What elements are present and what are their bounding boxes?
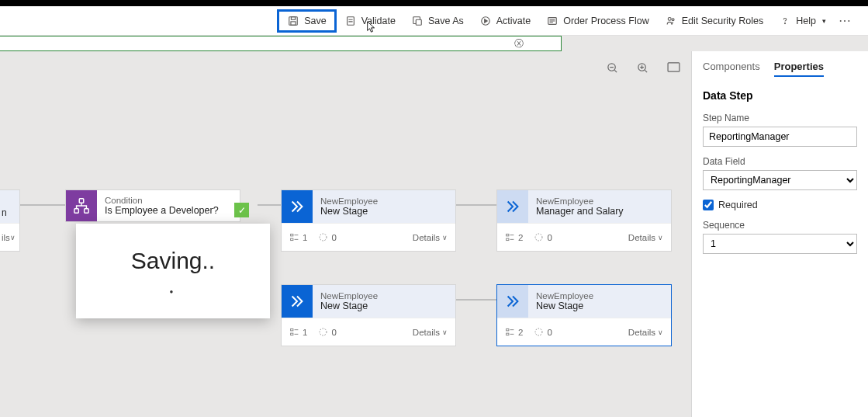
save-icon	[287, 15, 299, 27]
activate-label: Activate	[496, 16, 531, 26]
chevron-down-icon: ▾	[822, 17, 826, 25]
close-notification-icon[interactable]: ⓧ	[514, 37, 524, 50]
details-toggle[interactable]: Details∨	[628, 233, 663, 242]
stage-entity: NewEmployee	[536, 291, 663, 301]
order-label: Order Process Flow	[563, 16, 648, 26]
svg-rect-2	[291, 21, 296, 24]
svg-rect-20	[507, 234, 509, 235]
field-count: 0	[547, 328, 552, 337]
svg-point-25	[320, 328, 327, 335]
connector	[20, 204, 65, 206]
details-label: ils	[2, 233, 10, 242]
zoom-controls	[607, 62, 680, 76]
flow-canvas[interactable]: n ils ∨ Condition Is Employee a Develope…	[0, 51, 691, 417]
svg-point-8	[668, 17, 671, 20]
zoom-in-button[interactable]	[637, 62, 648, 76]
details-toggle[interactable]: Details∨	[628, 328, 663, 337]
chevron-down-icon: ∨	[658, 234, 663, 242]
stage-icon	[497, 190, 528, 223]
validate-label: Validate	[361, 16, 396, 26]
chevron-down-icon: ∨	[442, 234, 448, 242]
step-name-input[interactable]	[703, 127, 857, 147]
chevron-down-icon: ∨	[442, 328, 448, 336]
validate-icon	[344, 15, 357, 27]
svg-rect-5	[416, 19, 421, 25]
condition-question: Is Employee a Developer?	[105, 205, 232, 216]
saving-text: Saving..	[131, 248, 215, 274]
svg-rect-21	[507, 238, 509, 240]
svg-point-9	[672, 18, 674, 20]
step-count: 1	[303, 233, 307, 242]
tab-properties[interactable]: Properties	[774, 61, 824, 77]
save-as-button[interactable]: Save As	[403, 9, 472, 33]
data-field-label: Data Field	[703, 156, 857, 167]
more-button[interactable]: ⋯	[834, 13, 857, 28]
svg-rect-16	[85, 209, 89, 214]
required-checkbox[interactable]	[703, 200, 714, 210]
field-count: 0	[331, 328, 336, 337]
stage-icon	[282, 285, 313, 318]
order-process-flow-button[interactable]: Order Process Flow	[538, 9, 656, 33]
command-bar: Save Validate Save As Activate Order Pro…	[0, 6, 868, 36]
svg-rect-15	[74, 209, 79, 214]
svg-rect-23	[291, 328, 293, 330]
activate-icon	[479, 15, 492, 27]
data-field-select[interactable]: ReportingManager	[703, 170, 857, 190]
activate-button[interactable]: Activate	[472, 9, 538, 33]
svg-point-19	[320, 234, 327, 241]
list-icon	[546, 15, 558, 27]
sequence-label: Sequence	[703, 220, 857, 231]
edit-security-roles-button[interactable]: Edit Security Roles	[657, 9, 772, 33]
step-name-label: Step Name	[703, 113, 857, 123]
svg-point-22	[535, 234, 542, 241]
help-button[interactable]: Help ▾	[771, 9, 834, 33]
save-as-icon	[411, 15, 424, 27]
details-toggle[interactable]: Details∨	[413, 233, 448, 242]
details-toggle[interactable]: Details∨	[413, 328, 448, 337]
stage-name: n	[2, 207, 7, 218]
stage-icon	[497, 285, 528, 318]
tab-components[interactable]: Components	[703, 61, 760, 77]
step-count: 2	[518, 328, 523, 337]
svg-point-10	[785, 23, 786, 23]
details-label: Details	[413, 328, 440, 337]
svg-rect-13	[668, 63, 680, 71]
condition-icon	[66, 190, 97, 221]
field-count: 0	[331, 233, 336, 242]
stage-card-partial[interactable]: n ils ∨	[0, 189, 20, 252]
notification-bar: ⓧ	[0, 36, 562, 51]
condition-label: Condition	[105, 196, 232, 205]
svg-rect-18	[291, 238, 293, 240]
svg-rect-0	[289, 16, 298, 25]
properties-panel: Components Properties Data Step Step Nam…	[691, 51, 868, 417]
save-as-label: Save As	[428, 16, 464, 26]
connector	[258, 204, 281, 206]
svg-rect-17	[291, 234, 293, 235]
validate-button[interactable]: Validate	[337, 9, 403, 33]
stage-name: New Stage	[536, 301, 663, 311]
security-label: Edit Security Roles	[682, 16, 764, 26]
stage-card[interactable]: NewEmployee Manager and Salary 2 0 Detai…	[496, 189, 672, 252]
check-badge-icon: ✓	[234, 203, 249, 217]
zoom-out-button[interactable]	[607, 62, 618, 76]
save-button[interactable]: Save	[277, 9, 337, 33]
condition-card[interactable]: Condition Is Employee a Developer? ✓	[65, 189, 240, 222]
stage-name: Manager and Salary	[536, 206, 663, 217]
help-label: Help	[796, 16, 816, 26]
connector	[456, 204, 496, 206]
details-label: Details	[628, 328, 655, 337]
stage-entity: NewEmployee	[320, 196, 448, 206]
step-count: 1	[303, 328, 307, 337]
help-icon	[779, 15, 791, 27]
stage-entity: NewEmployee	[320, 291, 448, 301]
stage-card-selected[interactable]: NewEmployee New Stage 2 0 Details∨	[496, 284, 672, 346]
section-title: Data Step	[703, 89, 857, 102]
stage-card[interactable]: NewEmployee New Stage 1 0 Details∨	[281, 284, 456, 346]
stage-name: New Stage	[320, 206, 448, 217]
fit-to-screen-button[interactable]	[667, 62, 680, 76]
details-label: Details	[628, 233, 655, 242]
stage-name: New Stage	[320, 301, 448, 311]
connector	[456, 299, 496, 301]
stage-card[interactable]: NewEmployee New Stage 1 0 Details∨	[281, 189, 456, 252]
sequence-select[interactable]: 1	[703, 234, 857, 254]
